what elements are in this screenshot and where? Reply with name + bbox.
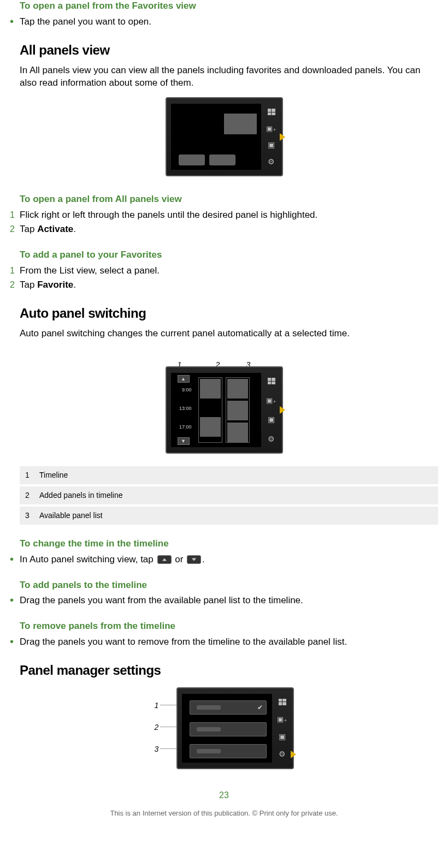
figure-panel-manager-settings: 1 2 3 ✔ — [10, 687, 438, 773]
heading-add-favorite: To add a panel to your Favorites — [20, 249, 438, 261]
step-number: 2 — [10, 223, 20, 235]
grid-icon — [266, 375, 278, 387]
figure-auto-panel-switching: 1 2 3 ▲ 9:00 13:00 17:00 ▼ — [10, 348, 438, 457]
highlight-arrow-icon — [280, 406, 285, 414]
heading-all-panels-view: All panels view — [20, 41, 438, 59]
step-number: 1 — [10, 209, 20, 221]
bullet: • — [10, 16, 20, 27]
gear-icon — [276, 748, 288, 760]
legend-row: 1Timeline — [20, 466, 438, 484]
panel-icon — [276, 731, 288, 743]
callout-label: 2 — [155, 722, 159, 733]
heading-panel-manager-settings: Panel manager settings — [20, 662, 438, 679]
figure-all-panels-view — [10, 97, 438, 180]
step-text: Flick right or left through the panels u… — [20, 209, 438, 222]
step-text: Tap Activate. — [20, 223, 438, 236]
heading-add-timeline: To add panels to the timeline — [20, 579, 438, 592]
time-down-icon: ▼ — [178, 437, 190, 445]
step-text: From the List view, select a panel. — [20, 265, 438, 277]
bullet: • — [10, 554, 20, 564]
callout-label: 1 — [155, 700, 159, 711]
step-text: Drag the panels you want to remove from … — [20, 636, 438, 649]
all-panels-body: In All panels view you can view all the … — [20, 64, 438, 90]
page-number: 23 — [10, 789, 438, 801]
check-icon: ✔ — [257, 703, 263, 712]
heading-open-from-all: To open a panel from All panels view — [20, 193, 438, 206]
step-number: 1 — [10, 265, 20, 277]
grid-icon — [276, 696, 288, 708]
timeline-times: 9:00 13:00 17:00 — [175, 381, 192, 436]
panel-icon — [266, 139, 278, 151]
heading-change-time: To change the time in the timeline — [20, 538, 438, 550]
gear-icon — [266, 156, 278, 168]
step-text: Drag the panels you want from the availa… — [20, 594, 438, 607]
grid-icon — [266, 106, 278, 118]
bullet: • — [10, 594, 20, 605]
legend-row: 3Available panel list — [20, 507, 438, 525]
footer-text: This is an Internet version of this publ… — [10, 808, 438, 818]
bullet: • — [10, 636, 20, 647]
heading-auto-panel-switching: Auto panel switching — [20, 305, 438, 322]
legend-table: 1Timeline 2Added panels in timeline 3Ava… — [20, 466, 438, 525]
add-panel-icon — [266, 394, 278, 406]
step-number: 2 — [10, 279, 20, 291]
highlight-arrow-icon — [291, 751, 296, 758]
highlight-arrow-icon — [280, 133, 285, 141]
panel-icon — [266, 414, 278, 426]
heading-remove-timeline: To remove panels from the timeline — [20, 620, 438, 633]
auto-body: Auto panel switching changes the current… — [20, 328, 438, 340]
arrow-down-icon — [187, 555, 201, 564]
add-panel-icon — [276, 714, 288, 726]
heading-open-favorites: To open a panel from the Favorites view — [20, 0, 438, 13]
gear-icon — [266, 433, 278, 445]
legend-row: 2Added panels in timeline — [20, 486, 438, 504]
arrow-up-icon — [157, 555, 172, 564]
add-panel-icon — [266, 122, 278, 134]
callout-label: 3 — [155, 744, 159, 754]
step-text: Tap the panel you want to open. — [20, 16, 438, 28]
step-text: In Auto panel switching view, tap or . — [20, 554, 438, 566]
step-text: Tap Favorite. — [20, 279, 438, 292]
